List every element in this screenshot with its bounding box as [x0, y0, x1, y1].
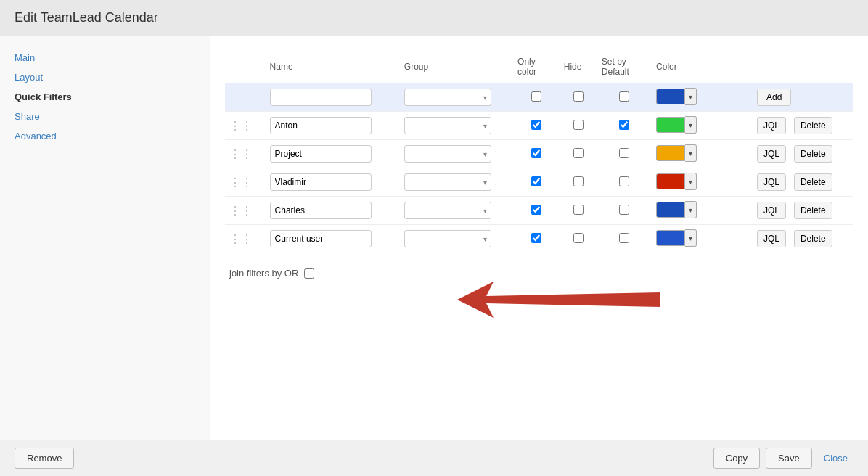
delete-button[interactable]: Delete [794, 202, 832, 219]
new-color-box [656, 89, 685, 104]
color-cell: ▾ [652, 225, 753, 253]
hide-checkbox[interactable] [573, 148, 584, 158]
only-color-cell [513, 140, 560, 168]
save-button[interactable]: Save [766, 448, 812, 469]
red-arrow-indicator [457, 274, 660, 325]
join-filters-checkbox[interactable] [304, 268, 314, 279]
color-box [656, 202, 685, 218]
jql-button[interactable]: JQL [757, 202, 786, 219]
name-input[interactable] [270, 145, 372, 163]
new-set-default-cell [597, 83, 652, 112]
only-color-checkbox[interactable] [531, 233, 541, 243]
new-color-wrapper: ▾ [656, 88, 697, 105]
drag-handle-icon[interactable]: ⋮⋮ [229, 205, 255, 217]
footer-right: Copy Save Close [713, 448, 853, 469]
sidebar-item-quick-filters[interactable]: Quick Filters [0, 87, 210, 107]
join-filters-label: join filters by OR [229, 268, 298, 279]
hide-cell [560, 168, 597, 197]
color-dropdown-btn[interactable]: ▾ [685, 201, 697, 218]
group-select[interactable] [404, 117, 491, 134]
group-select[interactable] [404, 173, 491, 191]
new-name-cell [266, 83, 400, 112]
only-color-checkbox[interactable] [531, 205, 541, 215]
jql-button[interactable]: JQL [757, 230, 786, 247]
hide-checkbox[interactable] [573, 205, 584, 215]
name-input[interactable] [270, 173, 372, 191]
drag-handle-icon[interactable]: ⋮⋮ [229, 148, 255, 160]
new-group-select[interactable] [404, 89, 491, 106]
group-select[interactable] [404, 202, 491, 219]
new-group-select-wrapper: ▾ [404, 89, 491, 106]
new-only-color-checkbox[interactable] [531, 91, 541, 102]
color-dropdown-btn[interactable]: ▾ [685, 173, 697, 190]
color-dropdown-btn[interactable]: ▾ [685, 116, 697, 134]
color-wrapper: ▾ [656, 144, 697, 162]
only-color-cell [513, 112, 560, 140]
set-default-checkbox[interactable] [619, 233, 629, 243]
page-title: Edit TeamLead Calendar [15, 10, 853, 25]
jql-button[interactable]: JQL [757, 173, 786, 191]
hide-checkbox[interactable] [573, 233, 584, 243]
only-color-checkbox[interactable] [531, 176, 541, 186]
group-select[interactable] [404, 145, 491, 163]
delete-button[interactable]: Delete [794, 145, 832, 163]
copy-button[interactable]: Copy [713, 448, 760, 469]
col-header-only-color: Only color [513, 51, 560, 83]
set-default-checkbox[interactable] [619, 148, 629, 158]
sidebar-item-advanced[interactable]: Advanced [0, 126, 210, 146]
hide-checkbox[interactable] [573, 176, 584, 186]
name-input[interactable] [270, 230, 372, 247]
actions-cell: JQL Delete [753, 140, 853, 168]
color-wrapper: ▾ [656, 116, 697, 134]
new-hide-cell [560, 83, 597, 112]
hide-checkbox[interactable] [573, 120, 584, 130]
color-box [656, 230, 685, 246]
footer-left: Remove [15, 448, 74, 469]
sidebar-item-layout[interactable]: Layout [0, 67, 210, 87]
set-default-checkbox[interactable] [619, 205, 629, 215]
close-button[interactable]: Close [818, 448, 853, 469]
new-only-color-cell [513, 83, 560, 112]
jql-button[interactable]: JQL [757, 145, 786, 163]
hide-cell [560, 225, 597, 253]
color-dropdown-btn[interactable]: ▾ [685, 144, 697, 162]
new-color-dropdown-btn[interactable]: ▾ [685, 88, 697, 105]
color-wrapper: ▾ [656, 201, 697, 218]
color-box [656, 173, 685, 189]
delete-button[interactable]: Delete [794, 117, 832, 134]
sidebar-item-main[interactable]: Main [0, 48, 210, 67]
add-filter-button[interactable]: Add [757, 89, 791, 106]
only-color-checkbox[interactable] [531, 148, 541, 158]
new-hide-checkbox[interactable] [573, 91, 584, 102]
jql-button[interactable]: JQL [757, 117, 786, 134]
delete-button[interactable]: Delete [794, 230, 832, 247]
drag-handle-icon[interactable]: ⋮⋮ [229, 233, 255, 245]
table-row: ⋮⋮ ▾ [225, 140, 853, 168]
actions-cell: JQL Delete [753, 168, 853, 197]
set-default-checkbox[interactable] [619, 176, 629, 186]
name-cell [266, 112, 400, 140]
actions-cell: JQL Delete [753, 112, 853, 140]
color-cell: ▾ [652, 197, 753, 225]
sidebar-item-share[interactable]: Share [0, 107, 210, 126]
color-dropdown-btn[interactable]: ▾ [685, 229, 697, 247]
new-name-input[interactable] [270, 89, 372, 106]
delete-button[interactable]: Delete [794, 173, 832, 191]
new-set-default-checkbox[interactable] [619, 91, 629, 102]
col-header-actions [753, 51, 853, 83]
group-cell: ▾ [400, 197, 513, 225]
table-row: ⋮⋮ ▾ [225, 112, 853, 140]
remove-button[interactable]: Remove [15, 448, 74, 469]
name-input[interactable] [270, 202, 372, 219]
group-cell: ▾ [400, 168, 513, 197]
only-color-checkbox[interactable] [531, 120, 541, 130]
content-area: Main Layout Quick Filters Share Advanced… [0, 36, 868, 440]
group-select[interactable] [404, 230, 491, 247]
drag-handle-icon[interactable]: ⋮⋮ [229, 176, 255, 189]
drag-handle-icon[interactable]: ⋮⋮ [229, 120, 255, 132]
name-input[interactable] [270, 117, 372, 134]
group-select-wrapper: ▾ [404, 202, 491, 219]
set-default-checkbox[interactable] [619, 120, 629, 130]
col-header-name: Name [266, 51, 400, 83]
set-default-cell [597, 112, 652, 140]
